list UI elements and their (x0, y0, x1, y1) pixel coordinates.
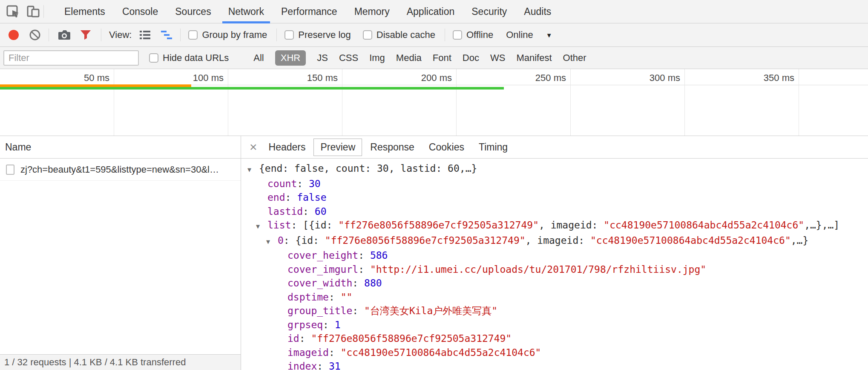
detail-tab-response[interactable]: Response (364, 139, 421, 156)
request-row[interactable]: zj?ch=beauty&t1=595&listtype=new&sn=30&l… (0, 159, 241, 181)
request-detail-panel: × HeadersPreviewResponseCookiesTiming ▼{… (241, 136, 868, 370)
throttling-value: Online (506, 29, 533, 40)
checkbox-box[interactable] (188, 30, 198, 40)
detail-tab-preview[interactable]: Preview (313, 139, 362, 156)
tab-security[interactable]: Security (463, 0, 515, 23)
close-detail-button[interactable]: × (244, 140, 262, 154)
filter-toggle-button[interactable] (78, 27, 93, 43)
device-toolbar-icon (26, 4, 40, 19)
tree-line[interactable]: ▼{end: false, count: 30, lastid: 60,…} (241, 162, 868, 177)
offline-checkbox[interactable]: Offline (453, 29, 493, 40)
hide-data-urls-checkbox[interactable]: Hide data URLs (149, 52, 229, 64)
separator (180, 29, 181, 41)
network-filter-bar: Hide data URLs AllXHRJSCSSImgMediaFontDo… (0, 47, 868, 69)
token-key: list (267, 220, 291, 231)
tree-line[interactable]: count: 30 (241, 177, 868, 191)
filter-type-all[interactable]: All (253, 52, 264, 64)
use-small-rows-button[interactable] (138, 27, 153, 43)
toggle-device-toolbar-button[interactable] (23, 0, 43, 23)
clear-button[interactable] (27, 27, 43, 43)
separator (43, 5, 44, 18)
summary-text: 1 / 32 requests | 4.1 KB / 4.1 KB transf… (4, 357, 186, 368)
tree-line[interactable]: imageid: "cc48190e57100864abc4d55a2c4104… (241, 346, 868, 360)
capture-screenshots-button[interactable] (57, 27, 72, 43)
request-name: zj?ch=beauty&t1=595&listtype=new&sn=30&l… (20, 164, 221, 175)
tree-line[interactable]: cover_imgurl: "http://i1.umei.cc/uploads… (241, 263, 868, 277)
record-button[interactable] (6, 27, 21, 43)
tab-sources[interactable]: Sources (167, 0, 219, 23)
token-plain: : (323, 319, 335, 330)
tree-line[interactable]: id: "ff276e8056f58896e7cf92505a312749" (241, 332, 868, 346)
tree-line[interactable]: index: 31 (241, 359, 868, 370)
token-plain: : [{id: (291, 220, 338, 231)
checkbox-label: Preserve log (298, 29, 351, 40)
expand-arrow-icon[interactable]: ▼ (247, 163, 259, 177)
tab-elements[interactable]: Elements (56, 0, 114, 23)
tree-line[interactable]: group_title: "台湾美女Kila户外唯美写真" (241, 304, 868, 318)
clear-icon (29, 29, 41, 41)
filter-type-other[interactable]: Other (563, 52, 586, 64)
tree-line[interactable]: ▼list: [{id: "ff276e8056f58896e7cf92505a… (241, 218, 868, 234)
tree-line[interactable]: cover_width: 880 (241, 276, 868, 290)
inspect-element-button[interactable] (3, 0, 23, 23)
token-str: "cc48190e57100864abc4d55a2c4104c6" (604, 220, 804, 231)
filter-type-ws[interactable]: WS (490, 52, 505, 64)
separator (276, 29, 277, 41)
timeline-gridline (228, 69, 228, 136)
filter-type-img[interactable]: Img (369, 52, 385, 64)
tab-audits[interactable]: Audits (515, 0, 560, 23)
tree-line[interactable]: ▼0: {id: "ff276e8056f58896e7cf92505a3127… (241, 234, 868, 249)
expand-arrow-icon[interactable]: ▼ (266, 235, 278, 249)
token-key: count (267, 178, 297, 189)
tab-application[interactable]: Application (398, 0, 463, 23)
checkbox-box[interactable] (149, 53, 158, 63)
tab-memory[interactable]: Memory (346, 0, 398, 23)
tree-line[interactable]: cover_height: 586 (241, 249, 868, 263)
filter-input[interactable] (3, 50, 139, 66)
checkbox-box[interactable] (453, 30, 462, 40)
filter-type-js[interactable]: JS (317, 52, 328, 64)
filter-type-media[interactable]: Media (396, 52, 422, 64)
preserve-log-checkbox[interactable]: Preserve log (285, 29, 351, 40)
tree-line[interactable]: lastid: 60 (241, 205, 868, 219)
token-plain: , imageid: (539, 220, 604, 231)
timeline-gridline (684, 69, 685, 136)
tab-performance[interactable]: Performance (273, 0, 346, 23)
detail-tab-timing[interactable]: Timing (472, 139, 514, 156)
token-key: imageid (287, 347, 329, 358)
token-plain: , imageid: (526, 235, 590, 246)
token-str: "http://i1.umei.cc/uploads/tu/201701/798… (370, 264, 706, 275)
token-plain: : (329, 347, 341, 358)
token-plain: : (329, 292, 341, 303)
filter-type-doc[interactable]: Doc (463, 52, 479, 64)
filter-type-xhr[interactable]: XHR (275, 50, 306, 66)
show-waterfall-button[interactable] (159, 27, 174, 43)
detail-tab-cookies[interactable]: Cookies (423, 139, 471, 156)
filter-type-css[interactable]: CSS (339, 52, 358, 64)
detail-tab-headers[interactable]: Headers (262, 139, 312, 156)
expand-arrow-icon[interactable]: ▼ (256, 220, 267, 234)
filter-type-font[interactable]: Font (433, 52, 451, 64)
disable-cache-checkbox[interactable]: Disable cache (363, 29, 435, 40)
throttling-dropdown[interactable]: Online ▼ (506, 29, 552, 40)
tab-network[interactable]: Network (220, 0, 273, 23)
checkbox-box[interactable] (363, 30, 372, 40)
token-key: id (287, 333, 299, 344)
tree-line[interactable]: grpseq: 1 (241, 318, 868, 332)
name-column-header[interactable]: Name (0, 136, 241, 159)
checkbox-box[interactable] (285, 30, 294, 40)
token-key: grpseq (287, 319, 323, 330)
token-str: "ff276e8056f58896e7cf92505a312749" (338, 220, 539, 231)
timeline-overview[interactable]: 50 ms100 ms150 ms200 ms250 ms300 ms350 m… (0, 69, 868, 136)
camera-icon (57, 29, 71, 41)
token-plain: : (352, 305, 364, 316)
tab-console[interactable]: Console (114, 0, 167, 23)
tree-line[interactable]: dsptime: "" (241, 290, 868, 304)
timeline-gridline (799, 69, 799, 136)
group-by-frame-checkbox[interactable]: Group by frame (188, 29, 267, 40)
tree-line[interactable]: end: false (241, 191, 868, 205)
separator (101, 29, 101, 41)
detail-tab-bar: × HeadersPreviewResponseCookiesTiming (241, 136, 868, 159)
filter-type-manifest[interactable]: Manifest (516, 52, 552, 64)
token-key: end (267, 192, 285, 203)
